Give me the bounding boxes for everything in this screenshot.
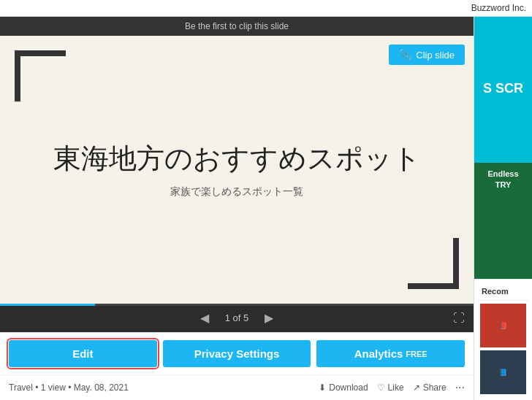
fullscreen-button[interactable]: ⛶	[453, 312, 465, 325]
privacy-settings-button[interactable]: Privacy Settings	[163, 340, 311, 367]
more-options-button[interactable]: ···	[455, 381, 465, 394]
book-1-label: 📕	[499, 322, 507, 329]
book-2-label: 📘	[499, 369, 507, 376]
date-label: May. 08, 2021	[74, 382, 129, 393]
slide-title: 東海地方のおすすめスポット	[53, 141, 421, 177]
separator2: •	[68, 382, 71, 393]
download-icon: ⬇	[319, 382, 326, 393]
sidebar-ad-green[interactable]: EndlessTRY	[474, 163, 532, 279]
share-icon: ↗	[413, 382, 420, 393]
download-button[interactable]: ⬇ Download	[319, 382, 368, 393]
download-label: Download	[329, 382, 368, 393]
next-slide-button[interactable]: ▶	[260, 309, 278, 326]
progress-bar-fill	[0, 304, 95, 306]
sidebar-ad-scribd[interactable]: S SCR	[474, 17, 532, 163]
sidebar-book-2[interactable]: 📘	[480, 350, 526, 394]
meta-bar: Travel • 1 view • May. 08, 2021 ⬇ Downlo…	[0, 374, 474, 400]
sidebar-book-1[interactable]: 📕	[480, 304, 526, 347]
clip-slide-label: Clip slide	[416, 50, 455, 61]
sidebar-recommend-section: Recom 📕 📘	[474, 279, 532, 400]
like-label: Like	[388, 382, 404, 393]
slide-counter: 1 of 5	[225, 312, 249, 323]
views-label: 1 view	[41, 382, 66, 393]
like-icon: ♡	[377, 382, 385, 393]
like-button[interactable]: ♡ Like	[377, 382, 404, 393]
meta-info: Travel • 1 view • May. 08, 2021	[9, 382, 310, 393]
progress-bar-container	[0, 304, 474, 306]
sidebar-books: 📕 📘	[477, 301, 529, 397]
bracket-top-left	[15, 50, 66, 101]
analytics-free-badge: FREE	[406, 350, 427, 358]
meta-actions: ⬇ Download ♡ Like ↗ Share ···	[319, 381, 465, 394]
edit-button[interactable]: Edit	[9, 340, 157, 367]
action-buttons-bar: Edit Privacy Settings Analytics FREE	[0, 332, 474, 374]
sidebar: S SCR EndlessTRY Recom 📕 📘	[474, 17, 532, 400]
sidebar-ad-text: EndlessTRY	[480, 169, 526, 191]
clip-slide-button[interactable]: 📎 Clip slide	[389, 45, 465, 65]
analytics-label: Analytics	[354, 347, 403, 360]
category-label: Travel	[9, 382, 33, 393]
clip-icon: 📎	[399, 49, 411, 61]
share-label: Share	[423, 382, 446, 393]
share-button[interactable]: ↗ Share	[413, 382, 446, 393]
analytics-button[interactable]: Analytics FREE	[316, 340, 465, 367]
bracket-bottom-right	[408, 238, 459, 289]
scribd-icon: S SCR	[483, 81, 523, 96]
prev-slide-button[interactable]: ◀	[196, 309, 213, 326]
separator1: •	[35, 382, 38, 393]
company-name: Buzzword Inc.	[471, 3, 526, 13]
clip-bar-message: Be the first to clip this slide	[185, 21, 289, 31]
slide-subtitle: 家族で楽しめるスポット一覧	[170, 185, 303, 199]
sidebar-recommend-label: Recom	[477, 282, 529, 301]
